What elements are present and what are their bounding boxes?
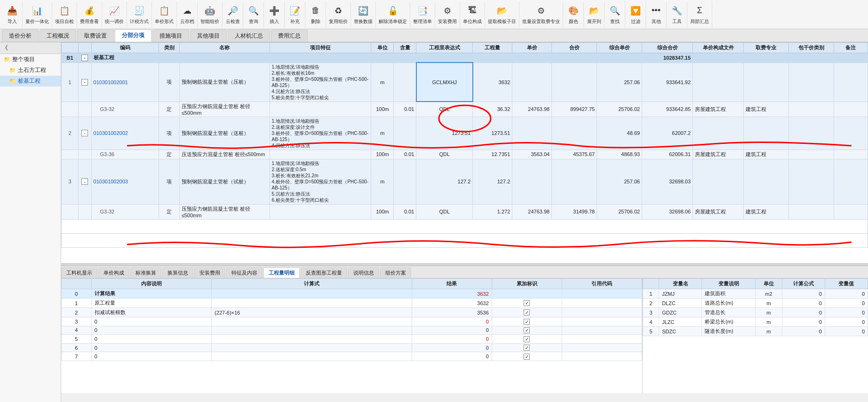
toolbar-buchong[interactable]: 📝 补充 <box>285 1 305 28</box>
tab-qitaxiangmu[interactable]: 其他项目 <box>190 30 227 42</box>
toolbar-zhankai[interactable]: 📂 展开到 <box>584 1 605 28</box>
toolbar-tongyitiaojia[interactable]: 📈 统一调价 <box>102 1 127 28</box>
toolbar-yunjiancha[interactable]: 🔎 云检查 <box>223 1 243 28</box>
sidebar-item-tushifanggongcheng[interactable]: 📁 土石方工程 <box>0 65 61 76</box>
llrow-desc-2: 扣减试桩根数 <box>91 308 211 317</box>
toolbar-gongju[interactable]: 🔧 工具 <box>667 1 687 28</box>
folder-icon-zhuangji: 📁 <box>9 78 16 84</box>
zhengli-icon: 📑 <box>416 4 429 17</box>
tab-zaojia[interactable]: 造价分析 <box>2 30 39 42</box>
row3-comptotal: 32698.03 <box>642 159 693 204</box>
lower-tab-biaozhunhuansuan[interactable]: 标准换算 <box>130 268 161 278</box>
toolbar-liangjiayitihua[interactable]: 📊 量价一体化 <box>23 1 52 28</box>
row3-qty <box>394 159 416 204</box>
lower-tab-gongchengliang[interactable]: 工程量明细 <box>263 268 300 278</box>
toolbar-qita[interactable]: ••• 其他 <box>646 1 667 28</box>
row2-expand[interactable]: - <box>78 117 91 150</box>
row2-expand-btn[interactable]: - <box>81 130 88 136</box>
group-minus[interactable]: - <box>78 53 91 63</box>
toolbar-xiangmuziijian[interactable]: 📋 项目自检 <box>52 1 77 28</box>
lower-tab-fanchatu[interactable]: 反查图形工程量 <box>301 268 347 278</box>
row1-pkgtype <box>788 63 834 102</box>
toolbar-jiechu[interactable]: 🔓 解除清单锁定 <box>376 1 410 28</box>
toolbar-zhinengzuojia[interactable]: 🤖 智能组价 <box>198 1 223 28</box>
row3sub-expr: QDL <box>416 204 473 219</box>
toolbar-jubuhz[interactable]: Σ 局部汇总 <box>687 1 712 28</box>
toolbar-yanse[interactable]: 🎨 颜色 <box>563 1 584 28</box>
toolbar-feiyongchakan[interactable]: 💰 费用查看 <box>77 1 102 28</box>
toolbar-chazhao[interactable]: 🔍 查找 <box>605 1 625 28</box>
toolbar-feiyongchakan-label: 费用查看 <box>80 18 99 25</box>
charu-icon: ➕ <box>268 4 281 17</box>
lower-tab-danjiagoucheng[interactable]: 单价构成 <box>98 268 129 278</box>
lower-tab-gongliaoji[interactable]: 工料机显示 <box>61 268 97 278</box>
toolbar-zhengli[interactable]: 📑 整理清单 <box>410 1 435 28</box>
toolbar-guolv[interactable]: 🔽 过滤 <box>625 1 646 28</box>
row1-expand-btn[interactable]: - <box>81 79 88 86</box>
jubuhz-icon: Σ <box>693 4 706 17</box>
sidebar-item-zhengegexiangmu[interactable]: 📁 整个项目 <box>0 54 61 65</box>
row1-code[interactable]: 010301002001 <box>91 63 159 102</box>
toolbar-danjiaxingshi[interactable]: 📋 单价形式 <box>152 1 177 28</box>
toolbar-charu[interactable]: ➕ 插入 <box>264 1 285 28</box>
group-expand-btn[interactable]: - <box>81 55 88 61</box>
toolbar-tongyitiaojia-label: 统一调价 <box>105 18 124 25</box>
toolbar-fuyongzuojia[interactable]: ♻ 复用组价 <box>326 1 351 28</box>
llrow-desc-6: 0 <box>91 343 211 352</box>
row3-expand-btn[interactable]: - <box>81 178 88 185</box>
llrow-formula-4 <box>212 326 412 335</box>
tab-cuoshixiangmu[interactable]: 措施项目 <box>152 30 189 42</box>
llrow-result-2: 3536 <box>412 308 492 317</box>
varrow-desc-1: 道路总长(m) <box>702 299 756 308</box>
llrow-accum-1: ✓ <box>492 299 562 308</box>
tab-gongcheng[interactable]: 工程概况 <box>40 30 76 42</box>
toolbar-anzhuang[interactable]: ⚙ 安装费用 <box>435 1 460 28</box>
toolbar-yuncundang[interactable]: ☁ 云存档 <box>177 1 198 28</box>
row2-features: 1.地层情况:详地勘报告 2.送桩深度:设计文件 3.桩外径、壁厚:D=500预… <box>270 117 371 150</box>
lower-tab-shuoming[interactable]: 说明信息 <box>348 268 379 278</box>
llrow-result-4: 0 <box>412 326 492 335</box>
row3-expand[interactable]: - <box>78 159 91 204</box>
zhinengzuojia-icon: 🤖 <box>203 4 216 17</box>
lower-tab-huansuanxinxi[interactable]: 换算信息 <box>162 268 193 278</box>
toolbar-piliang[interactable]: ⚙ 批量设置取费专业 <box>519 1 563 28</box>
row1sub-code: G3-32 <box>91 102 159 117</box>
lower-tab-tezheng[interactable]: 特征及内容 <box>226 268 263 278</box>
toolbar-zhankai-label: 展开到 <box>587 18 601 25</box>
row3sub-type: 定 <box>159 204 179 219</box>
sidebar-collapse-btn[interactable]: 《 <box>2 44 8 52</box>
tab-feiyonghz[interactable]: 费用汇总 <box>271 30 308 42</box>
xiangmuziijian-icon: 📋 <box>58 4 71 17</box>
row1-workqty[interactable]: 3632 <box>473 63 512 102</box>
llrow-num-1: 1 <box>62 299 92 308</box>
lower-tab-anzhuangfeiyong[interactable]: 安装费用 <box>194 268 225 278</box>
toolbar-jishuifangshi[interactable]: 🧾 计税方式 <box>127 1 152 28</box>
lower-tab-zuojiafangan[interactable]: 组价方案 <box>380 268 411 278</box>
row1-expand[interactable]: - <box>78 63 91 102</box>
toolbar-shanchu[interactable]: 🗑 删除 <box>305 1 326 28</box>
sidebar-item-zhuangji[interactable]: 📁 桩基工程 <box>0 76 61 87</box>
toolbar-import[interactable]: 📥 导入 <box>2 1 23 28</box>
llrow-formula-7 <box>212 352 412 361</box>
row3sub-comptotal: 32698.06 <box>642 204 693 219</box>
row3sub-code: G3-32 <box>91 204 159 219</box>
content-area: 编码 类别 名称 项目特征 单位 含量 工程里表达式 工程量 单价 合价 综合单… <box>61 42 868 402</box>
main-table: 编码 类别 名称 项目特征 单位 含量 工程里表达式 工程量 单价 合价 综合单… <box>61 42 868 248</box>
toolbar-tihuan[interactable]: 🔄 替换数据 <box>351 1 376 28</box>
toolbar-jishuifangshi-label: 计税方式 <box>130 18 149 25</box>
toolbar-danjigoucheng[interactable]: 🏗 单位构成 <box>460 1 485 28</box>
import-icon: 📥 <box>6 4 19 17</box>
tab-rencaijihz[interactable]: 人材机汇总 <box>228 30 270 42</box>
toolbar-tiqu-label: 提取模板子目 <box>488 18 516 25</box>
empty-row-2 <box>62 233 868 247</box>
llrow-formula-1 <box>212 299 412 308</box>
row3-remark <box>834 159 868 204</box>
lower-left-row-6: 600✓ <box>62 343 642 352</box>
row1-expr[interactable]: GCLMXHJ <box>416 63 473 102</box>
toolbar-tiqu[interactable]: 📂 提取模板子目 <box>485 1 519 28</box>
tab-fenbufenxiang[interactable]: 分部分项 <box>115 29 151 42</box>
toolbar-chaxun[interactable]: 🔍 查询 <box>243 1 264 28</box>
tab-qufeishezhi[interactable]: 取费设置 <box>77 30 114 42</box>
row2-feetype <box>744 117 789 150</box>
varrow-name-1: DLZC <box>659 299 702 308</box>
